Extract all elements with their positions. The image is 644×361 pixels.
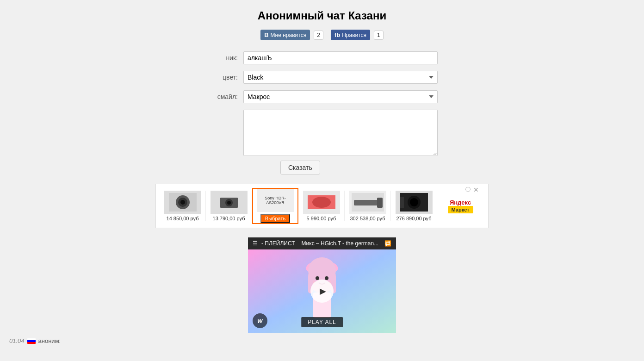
yandex-market: Яндекс Маркет <box>437 199 483 213</box>
ad-info-icon[interactable]: ⓘ <box>465 186 471 193</box>
chat-timestamp: 01:04 <box>9 337 25 344</box>
ad-close-icon[interactable]: ✕ <box>473 186 479 193</box>
ad-price-5: 302 538,00 руб <box>350 216 385 221</box>
social-buttons: В Мне нравится 2 fb Нравится 1 <box>0 30 644 40</box>
ad-item-4: 5 990,00 руб <box>298 191 345 221</box>
ad-price-1: 14 850,00 руб <box>167 216 199 221</box>
video-section: ☰ - ПЛЕЙЛИСТ Микс – HGich.T - the german… <box>248 237 396 333</box>
chat-form: ник: цвет: Black Red Blue Green White см… <box>0 51 644 174</box>
ad-item-6: 276 890,00 руб <box>391 191 437 221</box>
ad-item-3: Sony HDR-AS200VR Выбрать <box>252 188 298 224</box>
svg-point-15 <box>410 198 418 206</box>
svg-point-9 <box>312 197 331 208</box>
color-select[interactable]: Black Red Blue Green White <box>243 71 438 84</box>
ad-item-1: 14 850,00 руб <box>160 191 206 221</box>
color-row: цвет: Black Red Blue Green White <box>206 71 438 84</box>
fb-like-label: Нравится <box>342 32 366 38</box>
ad-image-6 <box>396 191 433 214</box>
chat-user-label: аноним: <box>38 337 61 344</box>
ad-image-3: Sony HDR-AS200VR <box>257 189 294 212</box>
ad-price-6: 276 890,00 руб <box>396 216 431 221</box>
fb-like-button[interactable]: fb Нравится <box>331 30 370 40</box>
chat-bottom: 01:04 аноним: <box>0 333 644 349</box>
fb-logo: fb <box>334 31 340 38</box>
fb-count: 1 <box>374 31 384 40</box>
vk-count: 2 <box>314 31 323 40</box>
smiley-label: смайл: <box>206 93 243 100</box>
ad-item-2: 13 790,00 руб <box>206 191 252 221</box>
video-play-all[interactable]: PLAY ALL <box>301 317 343 327</box>
playlist-label: - ПЛЕЙЛИСТ <box>261 240 295 247</box>
submit-row: Сказать <box>206 161 438 174</box>
svg-rect-12 <box>377 198 383 208</box>
warner-label: w <box>258 317 263 324</box>
market-badge: Маркет <box>448 206 473 213</box>
submit-button[interactable]: Сказать <box>280 161 320 174</box>
video-title: Микс – HGich.T - the german... <box>302 240 381 247</box>
vk-like-label: Мне нравится <box>271 32 307 38</box>
share-icon[interactable]: 🔁 <box>384 240 391 247</box>
video-thumbnail[interactable]: PLAY ALL w <box>248 249 396 333</box>
svg-point-3 <box>180 200 185 205</box>
textarea-row <box>206 110 438 156</box>
svg-point-7 <box>227 201 231 205</box>
ad-banner: ⓘ ✕ 14 850,00 руб 13 790,00 руб Sony HDR… <box>155 184 489 228</box>
ad-select-button-3[interactable]: Выбрать <box>260 214 290 223</box>
ad-price-2: 13 790,00 руб <box>213 216 245 221</box>
nick-input[interactable] <box>243 51 438 64</box>
smiley-select[interactable]: Макрос Стандарт Аниме <box>243 90 438 103</box>
playlist-icon: ☰ <box>253 240 258 247</box>
smiley-row: смайл: Макрос Стандарт Аниме <box>206 90 438 103</box>
flag-icon <box>27 338 36 344</box>
svg-rect-16 <box>400 197 404 208</box>
ad-model-3: Sony HDR-AS200VR <box>257 196 294 205</box>
ad-info: ⓘ ✕ <box>465 186 479 193</box>
vk-like-button[interactable]: В Мне нравится <box>260 30 310 40</box>
color-label: цвет: <box>206 74 243 81</box>
nick-label: ник: <box>206 54 243 62</box>
svg-point-27 <box>325 276 328 280</box>
ad-price-4: 5 990,00 руб <box>307 216 336 221</box>
page-title: Анонимный чат Казани <box>0 9 644 22</box>
yandex-logo: Яндекс <box>450 199 471 206</box>
ad-image-1 <box>164 191 201 214</box>
message-textarea[interactable] <box>243 110 438 156</box>
ad-image-5 <box>349 191 386 214</box>
ad-item-5: 302 538,00 руб <box>345 191 391 221</box>
vk-logo: В <box>264 31 268 38</box>
video-play-button[interactable] <box>310 280 334 303</box>
ad-image-4 <box>303 191 340 214</box>
warner-logo: w <box>253 313 267 328</box>
video-header: ☰ - ПЛЕЙЛИСТ Микс – HGich.T - the german… <box>248 237 396 249</box>
ad-image-2 <box>211 191 248 214</box>
nick-row: ник: <box>206 51 438 64</box>
